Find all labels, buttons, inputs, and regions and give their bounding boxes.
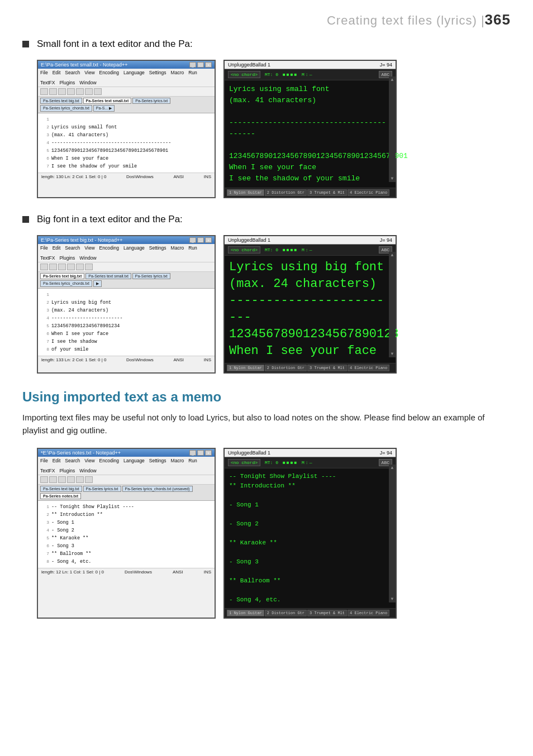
page-header: Creating text files (lyrics) |365: [22, 11, 511, 28]
toolbar-icon: [58, 264, 66, 270]
pa-memo-lyrics: -- Tonight Show Playlist ---- ** Introdu…: [225, 468, 396, 608]
maximize-btn[interactable]: □: [197, 237, 204, 243]
notepad-big-content[interactable]: 1 2Lyrics using big font 3(max. 24 chara…: [38, 289, 215, 356]
toolbar-icon: [76, 88, 84, 95]
maximize-btn[interactable]: □: [197, 450, 204, 456]
pa-scrollbar[interactable]: ▲ ▼: [389, 465, 396, 602]
notepad-big-statusbar: length: 133 Ln: 2 Col: 1 Sel: 0 | 0 Dos\…: [38, 356, 215, 363]
pa-display-memo: UnpluggedBallad 1 J= 94 <no chord> MT: 0…: [223, 448, 397, 619]
tab-item-active[interactable]: Pa-Series text big.txt: [40, 273, 84, 279]
pa-big-header: <no chord> MT: 0 ■■■■ M:— ABC: [225, 245, 396, 256]
toolbar-icon: [85, 264, 93, 270]
notepad-big-tabs: Pa-Series text big.txt Pa-Series text sm…: [38, 272, 215, 289]
pa-display-small: UnpluggedBallad 1 J= 94 <no chord> MT: 0…: [223, 60, 397, 198]
titlebar-buttons: _ □ ×: [189, 62, 212, 68]
tab-item[interactable]: Pa-Series text big.txt: [40, 486, 82, 492]
pa-memo-header: <no chord> MT: 0 ■■■■ M:— ABC: [225, 457, 396, 468]
notepad-memo-tabs: Pa-Series text big.txt Pa-Series lyrics.…: [38, 485, 215, 501]
notepad-memo-toolbar: [38, 475, 215, 485]
minimize-btn[interactable]: _: [189, 237, 196, 243]
titlebar-buttons: _ □ ×: [189, 450, 212, 456]
pa-memo-titlebar: UnpluggedBallad 1 J= 94: [225, 449, 396, 457]
toolbar-icon: [49, 264, 57, 270]
toolbar-icon: [76, 264, 84, 270]
toolbar-icon: [40, 264, 48, 270]
screenshot-pair-small: E:\Pa-Series text small.txt - Notepad++ …: [37, 60, 511, 198]
toolbar-icon: [58, 476, 66, 483]
notepad-memo-window: *E:\Pa-Series notes.txt - Notepad++ _ □ …: [37, 448, 216, 619]
screenshot-pair-memo: *E:\Pa-Series notes.txt - Notepad++ _ □ …: [37, 448, 511, 619]
notepad-memo-content[interactable]: 1-- Tonight Show Playlist ---- 2** Intro…: [38, 501, 215, 568]
tab-item-active[interactable]: Pa-Series notes.txt: [40, 493, 81, 499]
tab-item[interactable]: Pa-Series text small.txt: [85, 273, 131, 279]
minimize-btn[interactable]: _: [189, 450, 196, 456]
memo-heading: Using imported text as a memo: [22, 389, 511, 405]
toolbar-icon: [49, 476, 57, 483]
notepad-memo-menu: File Edit Search View Encoding Language …: [38, 457, 215, 475]
toolbar-icon: [76, 476, 84, 483]
notepad-big-toolbar: [38, 262, 215, 272]
section-bullet-2: Big font in a text editor and the Pa:: [22, 214, 511, 225]
close-btn[interactable]: ×: [205, 62, 212, 68]
notepad-small-tabs: Pa-Series text big.txt Pa-Series text sm…: [38, 97, 215, 113]
tab-item[interactable]: Pa-Series lyrics_chords.txt: [40, 105, 92, 112]
toolbar-icon: [40, 88, 48, 95]
close-btn[interactable]: ×: [205, 237, 212, 243]
section-bullet-1: Small font in a text editor and the Pa:: [22, 39, 511, 50]
bullet-icon: [22, 41, 29, 47]
tab-item[interactable]: Pa-Series lyrics_chords.txt: [40, 280, 92, 287]
notepad-small-window: E:\Pa-Series text small.txt - Notepad++ …: [37, 60, 216, 198]
minimize-btn[interactable]: _: [189, 62, 196, 68]
toolbar-icon: [67, 88, 75, 95]
section1-title: Small font in a text editor and the Pa:: [37, 39, 193, 50]
pa-big-titlebar: UnpluggedBallad 1 J= 94: [225, 236, 396, 245]
notepad-small-content[interactable]: 1 2Lyrics using small font 3(max. 41 cha…: [38, 113, 215, 173]
notepad-big-window: E:\Pa-Series text big.txt - Notepad++ _ …: [37, 235, 216, 374]
tab-item[interactable]: ▶: [93, 280, 102, 287]
notepad-small-menu: File Edit Search View Encoding Language …: [38, 69, 215, 87]
bullet-icon: [22, 216, 29, 223]
tab-item[interactable]: Pa-Series lyrics.txt: [83, 486, 121, 492]
toolbar-icon: [40, 476, 48, 483]
toolbar-icon: [94, 88, 102, 95]
toolbar-icon: [58, 88, 66, 95]
pa-scrollbar[interactable]: ▲ ▼: [389, 252, 396, 357]
notepad-memo-statusbar: length: 12 Ln: 1 Col: 1 Sel: 0 | 0 Dos\W…: [38, 568, 215, 576]
maximize-btn[interactable]: □: [197, 62, 204, 68]
pa-memo-tracks: 1 Nylon Guitar 2 Distortion Gtr 3 Trumpe…: [225, 608, 396, 618]
notepad-memo-titlebar: *E:\Pa-Series notes.txt - Notepad++ _ □ …: [38, 449, 215, 457]
close-btn[interactable]: ×: [205, 450, 212, 456]
memo-description: Importing text files may be useful not o…: [22, 412, 511, 437]
screenshot-pair-big: E:\Pa-Series text big.txt - Notepad++ _ …: [37, 235, 511, 374]
section2-title: Big font in a text editor and the Pa:: [37, 214, 183, 225]
pa-small-tracks: 1 Nylon Guitar 2 Distortion Gtr 3 Trumpe…: [225, 188, 396, 197]
notepad-big-titlebar: E:\Pa-Series text big.txt - Notepad++ _ …: [38, 236, 215, 244]
tab-item[interactable]: Pa-Series lyrics.txt: [132, 98, 170, 104]
tab-item[interactable]: Pa-Series lyrics_chords.txt (unsaved): [122, 486, 193, 492]
pa-small-header: <no chord> MT: 0 ■■■■ M:— ABC: [225, 69, 396, 80]
toolbar-icon: [85, 88, 93, 95]
tab-item[interactable]: Pa-S... ▶: [93, 105, 115, 112]
pa-scrollbar[interactable]: ▲ ▼: [389, 76, 396, 182]
notepad-small-toolbar: [38, 87, 215, 97]
tab-item[interactable]: Pa-Series lyrics.txt: [132, 273, 170, 279]
tab-item[interactable]: Pa-Series text big.txt: [40, 98, 82, 104]
pa-small-titlebar: UnpluggedBallad 1 J= 94: [225, 61, 396, 69]
notepad-small-statusbar: length: 130 Ln: 2 Col: 1 Sel: 0 | 0 Dos\…: [38, 173, 215, 180]
toolbar-icon: [85, 476, 93, 483]
titlebar-buttons: _ □ ×: [189, 237, 212, 243]
pa-big-lyrics: Lyrics using big font (max. 24 character…: [225, 256, 396, 363]
toolbar-icon: [67, 476, 75, 483]
notepad-small-titlebar: E:\Pa-Series text small.txt - Notepad++ …: [38, 61, 215, 69]
pa-big-tracks: 1 Nylon Guitar 2 Distortion Gtr 3 Trumpe…: [225, 363, 396, 372]
pa-display-big: UnpluggedBallad 1 J= 94 <no chord> MT: 0…: [223, 235, 397, 374]
notepad-big-menu: File Edit Search View Encoding Language …: [38, 244, 215, 262]
toolbar-icon: [67, 264, 75, 270]
tab-item-active[interactable]: Pa-Series text small.txt: [83, 98, 132, 104]
pa-small-lyrics: Lyrics using small font (max. 41 charact…: [225, 80, 396, 188]
toolbar-icon: [49, 88, 57, 95]
